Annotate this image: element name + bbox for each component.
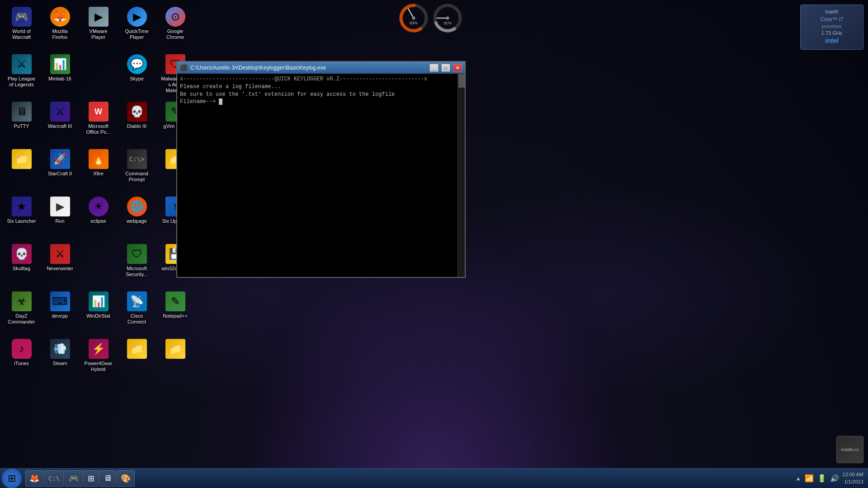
taskbar-grid-icon: ⊞ [88,474,94,483]
taskbar-paint-icon: 🎨 [121,474,131,483]
icon-run-label: Run [55,218,64,224]
putty-icon-img: 🖥 [12,102,32,122]
icon-warcraft3[interactable]: ⚔ Warcraft III [43,99,77,145]
icon-eclipse[interactable]: ☀ eclipse [81,194,115,239]
icon-msoffice[interactable]: W Microsoft Office Po... [81,99,115,145]
notepadpp-icon-img: ✎ [165,291,185,311]
icon-putty-label: PuTTY [14,123,29,129]
icon-sc2[interactable]: 🚀 StarCraft II [43,147,77,192]
icon-webpage-label: webpage [127,218,147,224]
intel-line3: processor [821,23,844,30]
icon-power4gear-label: Power4Gear Hybrid [84,361,113,372]
taskbar-monitor-icon: 🖥 [104,474,112,483]
mssecurity-icon-img: 🛡 [127,244,147,264]
msoffice-icon-img: W [89,102,108,122]
taskbar-item-grid[interactable]: ⊞ [84,470,99,487]
taskbar-item-monitor[interactable]: 🖥 [99,470,116,487]
cmd-content[interactable]: x----------------------------QUICK KEYLO… [177,74,465,277]
icon-run[interactable]: ▶ Run [43,194,77,239]
chrome-icon-img: ⊙ [165,7,185,27]
minimize-button[interactable]: _ [429,64,439,72]
lol-icon-img: ⚔ [12,54,32,74]
installu-label: installu.cz [841,447,859,452]
taskbar: ⊞ 🦊 C:\ 🎮 ⊞ 🖥 🎨 ▲ 📶 🔋 [0,468,868,488]
cmd-body: x----------------------------QUICK KEYLO… [177,74,465,277]
tray-battery-icon: 🔋 [817,474,826,483]
icon-putty[interactable]: 🖥 PuTTY [5,99,38,145]
icon-windirstat[interactable]: 📊 WinDirStat [81,289,115,334]
icon-minitab-label: Minitab 16 [48,76,71,82]
tray-time: 12:00 AM 1/1/2013 [843,471,863,485]
cmd-window: ⬛ C:\Users\Aurelio Jn\Desktop\Keylogger\… [176,61,466,278]
icon-quicktime[interactable]: ▶ QuickTime Player [120,5,154,50]
svg-text:63%: 63% [410,21,418,25]
close-button[interactable]: ✕ [453,64,462,72]
icon-notepadpp[interactable]: ✎ Notepad++ [158,289,192,334]
icon-devcpp[interactable]: ⌨ devcpp [43,289,77,334]
start-button[interactable]: ⊞ [2,469,22,488]
icon-steam[interactable]: 💨 Steam [43,337,77,382]
icon-wow[interactable]: 🎮 World of Warcraft [5,5,38,50]
intel-line2: Core™ i7 [821,16,844,23]
icon-diablo-label: Diablo III [127,123,146,129]
intel-line1: Intel® [821,9,844,15]
icon-steam-label: Steam [53,361,67,366]
icon-lol[interactable]: ⚔ Play League of Legends [5,52,38,97]
cmd-titlebar[interactable]: ⬛ C:\Users\Aurelio Jn\Desktop\Keylogger\… [177,62,465,74]
folder3-icon-img: 📁 [127,339,147,359]
cmd-scrollbar-thumb[interactable] [458,74,465,88]
cmd-line-header: x----------------------------QUICK KEYLO… [180,75,462,83]
tray-time-value: 12:00 AM [843,471,863,478]
icon-six[interactable]: ★ Six Launcher [5,194,38,239]
icon-minitab[interactable]: 📊 Minitab 16 [43,52,77,97]
icon-chrome-label: Google Chrome [160,28,190,40]
tray-volume-icon[interactable]: 🔊 [830,474,839,483]
desktop: 🎮 World of Warcraft 🦊 Mozilla Firefox ▶ … [0,0,868,488]
taskbar-item-paint[interactable]: 🎨 [117,470,135,487]
icon-folder3[interactable]: 📁 [120,337,154,382]
icon-folder1[interactable]: 📁 [5,147,38,192]
taskbar-item-firefox[interactable]: 🦊 [25,470,43,487]
icon-neverwinter[interactable]: ⚔ Neverwinter [43,242,77,287]
right-gauge: 31% [432,2,463,34]
taskbar-cmd-icon: C:\ [48,475,60,482]
icon-firefox[interactable]: 🦊 Mozilla Firefox [43,5,77,50]
icon-vmware[interactable]: ▶ VMware Player [81,5,115,50]
icon-warcraft3-label: Warcraft III [48,123,72,129]
icon-xfire[interactable]: 🔥 Xfire [81,147,115,192]
icon-itunes[interactable]: ♪ iTunes [5,337,38,382]
cisco-icon-img: 📡 [127,291,147,311]
cmd-icon-img: C:\> [127,149,147,169]
icon-chrome[interactable]: ⊙ Google Chrome [158,5,192,50]
cmd-line-prompt: Filename--> [180,98,462,106]
windirstat-icon-img: 📊 [89,291,108,311]
icon-neverwinter-label: Neverwinter [47,266,73,272]
taskbar-item-cmd[interactable]: C:\ [44,470,64,487]
icon-itunes-label: iTunes [14,361,29,366]
svg-text:31%: 31% [443,21,452,25]
tray-expand-arrow[interactable]: ▲ [796,475,801,482]
icon-power4gear[interactable]: ⚡ Power4Gear Hybrid [81,337,115,382]
icon-diablo[interactable]: 💀 Diablo III [120,99,154,145]
maximize-button[interactable]: □ [441,64,450,72]
icon-cmd[interactable]: C:\> Command Prompt [120,147,154,192]
skulltag-icon-img: 💀 [12,244,32,264]
icon-folder4[interactable]: 📁 [158,337,192,382]
skype-icon-img: 💬 [127,54,147,74]
taskbar-item-warcraft[interactable]: 🎮 [65,470,83,487]
gauge-container: 63% 31% [398,2,470,34]
svg-point-3 [412,17,415,20]
icon-skulltag[interactable]: 💀 Skulltag [5,242,38,287]
warcraft3-icon-img: ⚔ [50,102,70,122]
webpage-icon-img: 🌐 [127,197,147,216]
icon-webpage[interactable]: 🌐 webpage [120,194,154,239]
icon-cisco[interactable]: 📡 Cisco Connect [120,289,154,334]
taskbar-items: 🦊 C:\ 🎮 ⊞ 🖥 🎨 [24,470,791,487]
cmd-line-2: Please create a log filename... [180,83,462,91]
icon-skype[interactable]: 💬 Skype [120,52,154,97]
cmd-scrollbar[interactable] [458,74,465,277]
icon-mssecurity[interactable]: 🛡 Microsoft Security... [120,242,154,287]
installu-badge: installu.cz [836,436,863,463]
icon-dayz[interactable]: ☣ DayZ Commander [5,289,38,334]
icon-quicktime-label: QuickTime Player [122,28,151,40]
